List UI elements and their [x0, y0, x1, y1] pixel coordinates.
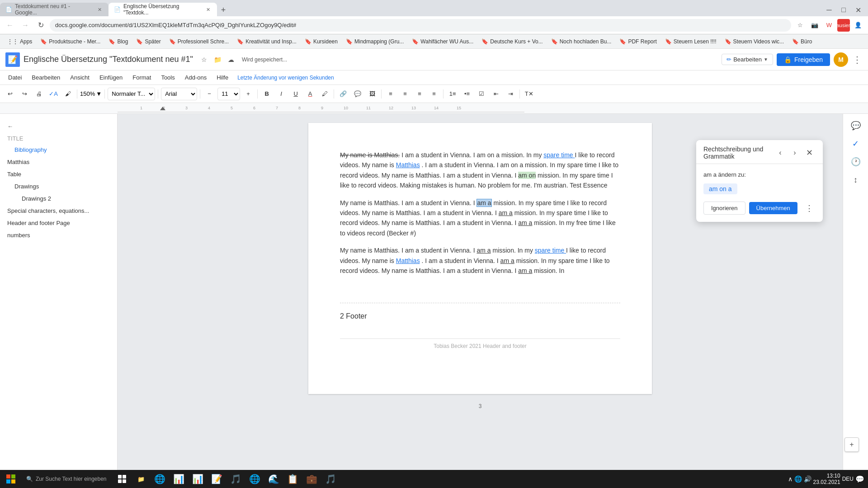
- bookmark-deutsche[interactable]: 🔖 Deutsche Kurs + Vo...: [478, 38, 546, 46]
- spare-time-link-1[interactable]: spare time: [543, 151, 575, 159]
- history-icon[interactable]: 🕐: [848, 154, 864, 170]
- app-2[interactable]: 🌐: [151, 470, 169, 488]
- maximize-button[interactable]: □: [837, 4, 850, 16]
- spellcheck-panel-icon[interactable]: ✓: [848, 136, 864, 152]
- chat-icon[interactable]: 💬: [848, 117, 864, 134]
- italic-button[interactable]: I: [275, 88, 288, 100]
- bookmark-mindmapping[interactable]: 🔖 Mindmapping (Gru...: [342, 38, 407, 46]
- bookmark-kursideen[interactable]: 🔖 Kursideen: [301, 38, 341, 46]
- app-spotify[interactable]: 🎵: [227, 470, 245, 488]
- search-bar[interactable]: 🔍 Zur Suche Text hier eingeben: [22, 470, 111, 488]
- sidebar-item-special[interactable]: Special characters, equations...: [0, 205, 113, 217]
- sidebar-item-header-footer[interactable]: Header and footer Page: [0, 217, 113, 229]
- paragraph-style-select[interactable]: Normaler T...: [108, 88, 155, 100]
- document-title[interactable]: Englische Übersetzung "Textdokument neu …: [24, 55, 193, 64]
- matthias-link-2[interactable]: Matthias: [396, 257, 420, 264]
- notification-icon[interactable]: 💬: [855, 475, 864, 483]
- zoom-control[interactable]: 150% ▼: [80, 90, 102, 97]
- grammar-suggestion-chip[interactable]: am on a: [703, 183, 737, 194]
- align-center-button[interactable]: ≡: [399, 88, 411, 100]
- print-button[interactable]: 🖨: [33, 88, 45, 100]
- clock[interactable]: 13:10 23.02.2021: [813, 473, 840, 485]
- task-view-button[interactable]: [113, 470, 131, 488]
- menu-tools[interactable]: Tools: [156, 72, 179, 83]
- app-unknown-2[interactable]: 💼: [303, 470, 321, 488]
- increase-indent-button[interactable]: ⇥: [504, 88, 517, 100]
- new-tab-button[interactable]: +: [217, 4, 230, 16]
- accept-button[interactable]: Übernehmen: [749, 202, 797, 214]
- tab-2[interactable]: 📄 Englische Übersetzung "Textdok... ✕: [108, 3, 217, 16]
- app-word[interactable]: 📝: [208, 470, 226, 488]
- matthias-link-1[interactable]: Matthias: [396, 161, 420, 169]
- share-button[interactable]: 🔒 Freigeben: [777, 53, 830, 66]
- decrease-indent-button[interactable]: ⇤: [490, 88, 502, 100]
- bookmark-kreativitat[interactable]: 🔖 Kreativität und Insp...: [233, 38, 300, 46]
- menu-datei[interactable]: Datei: [4, 72, 26, 83]
- network-icon[interactable]: 🌐: [794, 475, 802, 483]
- grammar-next-button[interactable]: ›: [788, 146, 801, 159]
- spellcheck-button[interactable]: ✓A: [47, 88, 60, 100]
- language-display[interactable]: DEU: [842, 476, 854, 482]
- align-left-button[interactable]: ≡: [384, 88, 397, 100]
- bookmark-apps[interactable]: ⋮⋮ Apps: [4, 38, 36, 46]
- app-unknown-1[interactable]: 📋: [284, 470, 302, 488]
- align-right-button[interactable]: ≡: [413, 88, 426, 100]
- numbered-list-button[interactable]: 1≡: [446, 88, 459, 100]
- pause-icon[interactable]: Pausier...: [837, 19, 850, 32]
- close-window-button[interactable]: ✕: [852, 4, 864, 16]
- menu-ansicht[interactable]: Ansicht: [66, 72, 94, 83]
- redo-button[interactable]: ↪: [18, 88, 31, 100]
- align-justify-button[interactable]: ≡: [428, 88, 440, 100]
- menu-hilfe[interactable]: Hilfe: [212, 72, 233, 83]
- sidebar-item-numbers[interactable]: numbers: [0, 229, 113, 241]
- font-select[interactable]: Arial: [161, 88, 197, 100]
- bookmark-steuern-videos[interactable]: 🔖 Steuern Videos wic...: [721, 38, 788, 46]
- start-button[interactable]: [0, 470, 22, 488]
- bookmark-wahlfacher[interactable]: 🔖 Wahlfächer WU Aus...: [408, 38, 477, 46]
- grammar-close-button[interactable]: ✕: [803, 146, 816, 159]
- app-chrome[interactable]: 🌐: [246, 470, 264, 488]
- last-change-link[interactable]: Letzte Änderung vor wenigen Sekunden: [237, 75, 334, 81]
- document-area[interactable]: My name is Matthias. I am a student in V…: [118, 114, 843, 488]
- font-size-select[interactable]: 11: [217, 88, 240, 100]
- sidebar-item-matthias[interactable]: Matthias: [0, 156, 113, 168]
- app-powerpoint[interactable]: 📊: [189, 470, 207, 488]
- menu-format[interactable]: Format: [128, 72, 156, 83]
- font-size-increase[interactable]: +: [242, 88, 255, 100]
- menu-addons[interactable]: Add-ons: [180, 72, 211, 83]
- app-excel[interactable]: 📊: [170, 470, 188, 488]
- bookmark-blog[interactable]: 🔖 Blog: [105, 38, 132, 46]
- checklist-button[interactable]: ☑: [475, 88, 488, 100]
- app-edge[interactable]: 🌊: [265, 470, 283, 488]
- comment-button[interactable]: 💬: [351, 88, 364, 100]
- bullet-list-button[interactable]: •≡: [461, 88, 473, 100]
- image-button[interactable]: 🖼: [366, 88, 378, 100]
- bold-button[interactable]: B: [260, 88, 273, 100]
- undo-button[interactable]: ↩: [4, 88, 16, 100]
- underline-button[interactable]: U: [289, 88, 302, 100]
- font-size-decrease[interactable]: −: [203, 88, 216, 100]
- bookmark-star-icon[interactable]: ☆: [794, 19, 807, 32]
- camera-icon[interactable]: 📷: [808, 19, 821, 32]
- tab-1-close[interactable]: ✕: [96, 6, 103, 13]
- bookmark-later[interactable]: 🔖 Später: [132, 38, 164, 46]
- menu-bearbeiten[interactable]: Bearbeiten: [27, 72, 65, 83]
- app-unknown-3[interactable]: 🎵: [322, 470, 340, 488]
- bookmark-noch[interactable]: 🔖 Noch hochladen Bu...: [547, 38, 615, 46]
- file-explorer-app[interactable]: 📁: [132, 470, 150, 488]
- bookmark-pdf[interactable]: 🔖 PDF Report: [616, 38, 660, 46]
- bookmark-professionell[interactable]: 🔖 Professionell Schre...: [165, 38, 232, 46]
- paint-format-button[interactable]: 🖌: [61, 88, 74, 100]
- sidebar-item-table[interactable]: Table: [0, 168, 113, 180]
- back-button[interactable]: ←: [4, 19, 16, 32]
- url-input[interactable]: docs.google.com/document/d/1US2XlmEQ1kle…: [50, 19, 791, 32]
- link-button[interactable]: 🔗: [337, 88, 349, 100]
- menu-einfugen[interactable]: Einfügen: [95, 72, 127, 83]
- expand-icon[interactable]: ↕: [848, 172, 864, 188]
- cloud-save-icon[interactable]: ☁: [226, 54, 236, 65]
- edit-mode-button[interactable]: ✏ Bearbeiten ▼: [722, 54, 773, 65]
- more-icon[interactable]: ⋮: [852, 54, 863, 65]
- text-color-button[interactable]: A: [304, 88, 316, 100]
- bookmark-buro[interactable]: 🔖 Büro: [788, 38, 816, 46]
- zoom-in-doc-button[interactable]: +: [844, 437, 859, 452]
